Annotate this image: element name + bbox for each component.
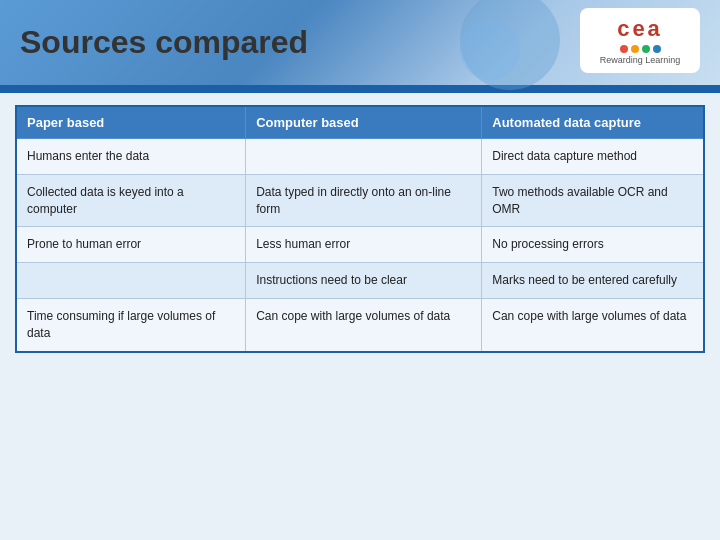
blue-stripe <box>0 85 720 93</box>
table-cell-r1-c2: Two methods available OCR and OMR <box>482 174 704 227</box>
table-row: Prone to human errorLess human errorNo p… <box>16 227 704 263</box>
table-row: Humans enter the dataDirect data capture… <box>16 139 704 175</box>
table-row: Collected data is keyed into a computerD… <box>16 174 704 227</box>
logo-dots <box>620 45 661 53</box>
table-cell-r2-c0: Prone to human error <box>16 227 246 263</box>
col-header-computer: Computer based <box>246 106 482 139</box>
logo-dot-blue <box>653 45 661 53</box>
table-header-row: Paper based Computer based Automated dat… <box>16 106 704 139</box>
logo-subtext: Rewarding Learning <box>600 55 681 65</box>
table-cell-r2-c1: Less human error <box>246 227 482 263</box>
header: Sources compared cea Rewarding Learning <box>0 0 720 85</box>
table-cell-r4-c1: Can cope with large volumes of data <box>246 298 482 351</box>
logo-dot-orange <box>631 45 639 53</box>
table-row: Instructions need to be clearMarks need … <box>16 263 704 299</box>
table-cell-r0-c2: Direct data capture method <box>482 139 704 175</box>
deco-circle2 <box>460 20 520 80</box>
logo: cea Rewarding Learning <box>580 8 700 73</box>
logo-dot-green <box>642 45 650 53</box>
table-cell-r1-c1: Data typed in directly onto an on-line f… <box>246 174 482 227</box>
table-cell-r1-c0: Collected data is keyed into a computer <box>16 174 246 227</box>
page-title: Sources compared <box>20 24 308 61</box>
table-cell-r0-c1 <box>246 139 482 175</box>
col-header-automated: Automated data capture <box>482 106 704 139</box>
table-cell-r3-c1: Instructions need to be clear <box>246 263 482 299</box>
table-cell-r4-c0: Time consuming if large volumes of data <box>16 298 246 351</box>
col-header-paper: Paper based <box>16 106 246 139</box>
table-cell-r2-c2: No processing errors <box>482 227 704 263</box>
table-cell-r3-c2: Marks need to be entered carefully <box>482 263 704 299</box>
comparison-table: Paper based Computer based Automated dat… <box>15 105 705 353</box>
logo-text: cea <box>617 16 663 42</box>
main-content: Paper based Computer based Automated dat… <box>0 93 720 365</box>
table-cell-r3-c0 <box>16 263 246 299</box>
table-cell-r4-c2: Can cope with large volumes of data <box>482 298 704 351</box>
table-cell-r0-c0: Humans enter the data <box>16 139 246 175</box>
logo-dot-red <box>620 45 628 53</box>
table-row: Time consuming if large volumes of dataC… <box>16 298 704 351</box>
